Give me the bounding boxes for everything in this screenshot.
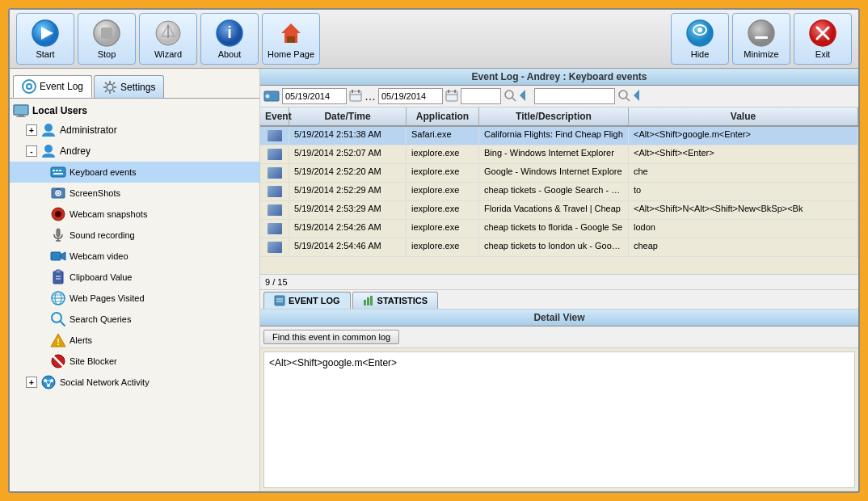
detail-toolbar: Find this event in common log	[260, 326, 858, 348]
alerts-item[interactable]: ! Alerts	[10, 330, 259, 351]
svg-rect-27	[51, 167, 65, 177]
search-input[interactable]	[534, 88, 615, 104]
row7-title: cheap tickets to london uk - Google	[479, 238, 629, 256]
social-icon	[40, 374, 57, 390]
keyboard-events-item[interactable]: Keyboard events	[10, 162, 259, 183]
row3-event	[260, 164, 289, 182]
svg-rect-72	[446, 91, 457, 101]
stop-icon	[92, 19, 121, 48]
wizard-button[interactable]: Wizard	[139, 13, 197, 65]
local-users-item[interactable]: Local Users	[10, 102, 259, 120]
row2-app: iexplore.exe	[407, 145, 479, 163]
row6-datetime: 5/19/2014 2:54:26 AM	[289, 220, 407, 238]
row7-app: iexplore.exe	[407, 238, 479, 256]
andrey-item[interactable]: - Andrey	[10, 141, 259, 162]
app-filter-input[interactable]	[461, 88, 501, 104]
clipboard-item[interactable]: Clipboard Value	[10, 267, 259, 288]
hide-label: Hide	[691, 49, 710, 59]
row4-app: iexplore.exe	[407, 183, 479, 200]
sound-recording-label: Sound recording	[70, 230, 135, 240]
toolbar: Start Stop	[10, 10, 858, 69]
svg-rect-23	[18, 115, 24, 116]
start-button[interactable]: Start	[16, 13, 74, 65]
toolbar-right: Hide Minimize	[671, 13, 852, 65]
svg-marker-43	[61, 252, 65, 260]
row5-value: <Alt><Shift>N<Alt><Shift>New<BkSp><Bk	[629, 201, 858, 219]
event-log-tab-label: EVENT LOG	[289, 296, 340, 305]
row7-event	[260, 238, 289, 256]
search-icon	[50, 311, 66, 327]
svg-text:!: !	[57, 337, 60, 347]
andrey-expand[interactable]: -	[26, 145, 37, 157]
table-row[interactable]: 5/19/2014 2:52:29 AM iexplore.exe cheap …	[260, 183, 858, 201]
statistics-tab-label: STATISTICS	[377, 296, 428, 305]
row5-app: iexplore.exe	[407, 201, 479, 219]
homepage-button[interactable]: Home Page	[262, 13, 320, 65]
minimize-button[interactable]: Minimize	[732, 13, 790, 65]
start-label: Start	[36, 49, 54, 59]
table-row[interactable]: 5/19/2014 2:54:26 AM iexplore.exe cheap …	[260, 220, 858, 238]
screenshots-item[interactable]: ScreenShots	[10, 183, 259, 204]
row3-value: che	[629, 164, 858, 182]
row1-title: California Flights: Find Cheap Fligh	[479, 127, 629, 145]
keyboard-events-label: Keyboard events	[70, 167, 137, 177]
table-row[interactable]: 5/19/2014 2:53:29 AM iexplore.exe Florid…	[260, 201, 858, 220]
date-from-input[interactable]	[282, 88, 347, 104]
app-filter-icon[interactable]	[504, 89, 516, 104]
sound-recording-item[interactable]: Sound recording	[10, 225, 259, 246]
row3-app: iexplore.exe	[407, 164, 479, 182]
stop-label: Stop	[98, 49, 116, 59]
table-row[interactable]: 5/19/2014 2:52:07 AM iexplore.exe Bing -…	[260, 145, 858, 164]
table-row[interactable]: 5/19/2014 2:52:20 AM iexplore.exe Google…	[260, 164, 858, 183]
admin-expand[interactable]: +	[26, 124, 37, 136]
detail-content: <Alt><Shift>google.m<Enter>	[263, 352, 855, 488]
site-blocker-item[interactable]: Site Blocker	[10, 351, 259, 372]
statistics-tab[interactable]: STATISTICS	[352, 292, 439, 309]
row2-title: Bing - Windows Internet Explorer	[479, 145, 629, 163]
date-separator: …	[364, 90, 376, 103]
homepage-label: Home Page	[268, 49, 314, 59]
calendar-to-icon[interactable]	[445, 89, 458, 104]
tab-event-log[interactable]: Event Log	[13, 75, 92, 98]
hide-button[interactable]: Hide	[671, 13, 729, 65]
search-icon[interactable]	[617, 89, 630, 104]
row1-datetime: 5/19/2014 2:51:38 AM	[289, 127, 407, 145]
svg-rect-87	[370, 296, 373, 305]
event-filter-toolbar: …	[260, 86, 858, 107]
andrey-label: Andrey	[60, 145, 91, 157]
web-pages-item[interactable]: Web Pages Visited	[10, 288, 259, 309]
row6-event	[260, 220, 289, 238]
svg-point-79	[619, 91, 627, 99]
tab-settings[interactable]: Settings	[94, 75, 164, 98]
row3-datetime: 5/19/2014 2:52:20 AM	[289, 164, 407, 182]
event-log-tab[interactable]: EVENT LOG	[263, 292, 351, 309]
svg-point-76	[505, 91, 513, 99]
svg-rect-86	[367, 297, 369, 305]
webcam-snapshots-item[interactable]: Webcam snapshots	[10, 204, 259, 225]
social-expand[interactable]: +	[26, 377, 37, 388]
date-to-input[interactable]	[378, 88, 443, 104]
svg-line-77	[512, 98, 516, 101]
alerts-icon: !	[50, 332, 66, 348]
webcam-video-item[interactable]: Webcam video	[10, 246, 259, 267]
stop-button[interactable]: Stop	[78, 13, 136, 65]
about-button[interactable]: i About	[200, 13, 259, 65]
exit-button[interactable]: Exit	[794, 13, 852, 65]
search-back-icon[interactable]	[633, 89, 646, 104]
col-event-header: Event	[260, 107, 289, 125]
social-network-item[interactable]: + Social Network Activity	[10, 372, 259, 393]
find-event-button[interactable]: Find this event in common log	[263, 330, 399, 344]
search-queries-item[interactable]: Search Queries	[10, 309, 259, 330]
filter-back-icon[interactable]	[519, 89, 532, 104]
calendar-from-icon[interactable]	[349, 89, 362, 104]
row4-title: cheap tickets - Google Search - Wir	[479, 183, 629, 200]
about-icon: i	[215, 19, 244, 48]
svg-rect-42	[51, 252, 61, 260]
svg-point-13	[748, 20, 774, 46]
col-app-header: Application	[407, 107, 479, 125]
table-row[interactable]: 5/19/2014 2:51:38 AM Safari.exe Californ…	[260, 127, 858, 145]
webcam-video-label: Webcam video	[70, 251, 129, 261]
administrator-item[interactable]: + Administrator	[10, 120, 259, 141]
svg-rect-45	[56, 270, 61, 273]
table-row[interactable]: 5/19/2014 2:54:46 AM iexplore.exe cheap …	[260, 238, 858, 257]
